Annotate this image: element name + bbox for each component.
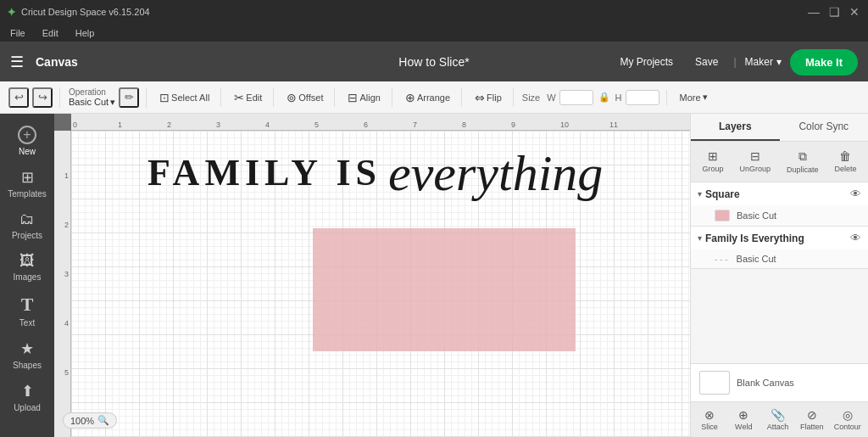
contour-button[interactable]: ◎ Contour xyxy=(831,406,865,434)
slice-label: Slice xyxy=(701,423,718,431)
ungroup-button[interactable]: ⊟ UnGroup xyxy=(734,147,776,176)
family-visibility-icon[interactable]: 👁 xyxy=(850,232,861,244)
delete-button[interactable]: 🗑 Delete xyxy=(829,147,861,176)
sidebar-new-label: New xyxy=(19,147,36,156)
ruler-tick-8: 8 xyxy=(462,120,466,130)
contour-label: Contour xyxy=(834,423,861,431)
slice-button[interactable]: ⊗ Slice xyxy=(694,406,725,434)
blank-canvas-row: Blank Canvas xyxy=(691,363,868,401)
family-sub-label: Basic Cut xyxy=(737,254,776,264)
ruler-tick-left-2: 2 xyxy=(64,221,69,229)
minimize-button[interactable]: — xyxy=(807,5,821,19)
save-button[interactable]: Save xyxy=(688,53,725,71)
ruler-tick-6: 6 xyxy=(364,120,368,130)
tab-color-sync[interactable]: Color Sync xyxy=(780,114,869,141)
header: ☰ Canvas How to Slice* My Projects Save … xyxy=(0,42,868,81)
edit-pencil-button[interactable]: ✏ xyxy=(119,87,139,108)
more-group: More ▾ xyxy=(676,89,719,105)
flip-button[interactable]: ⇔ Flip xyxy=(470,88,506,107)
panel-toolbar: ⊞ Group ⊟ UnGroup ⧉ Duplicate 🗑 Delete xyxy=(691,142,868,182)
group-button[interactable]: ⊞ Group xyxy=(697,147,728,176)
templates-icon: ⊞ xyxy=(21,168,34,187)
sidebar-upload-label: Upload xyxy=(14,403,41,412)
window-controls: — ❑ ✕ xyxy=(807,5,861,19)
undo-button[interactable]: ↩ xyxy=(8,87,29,108)
layer-header-family[interactable]: ▾ Family Is Everything 👁 xyxy=(691,227,868,249)
canvas-content[interactable]: FAMILY IS everything xyxy=(71,131,690,437)
more-chevron-icon: ▾ xyxy=(703,92,708,103)
family-sub-item[interactable]: - - - Basic Cut xyxy=(691,249,868,268)
maximize-button[interactable]: ❑ xyxy=(827,5,841,19)
duplicate-icon: ⧉ xyxy=(798,149,807,164)
canvas-area[interactable]: 0 1 2 3 4 5 6 7 8 9 10 11 1 2 3 4 5 xyxy=(54,114,690,437)
weld-button[interactable]: ⊕ Weld xyxy=(728,406,759,434)
sidebar-item-new[interactable]: + New xyxy=(3,120,51,161)
project-title: How to Slice* xyxy=(398,55,469,69)
redo-button[interactable]: ↪ xyxy=(32,87,53,108)
sidebar-item-shapes[interactable]: ★ Shapes xyxy=(3,334,51,375)
width-input[interactable] xyxy=(559,90,593,105)
panel-tabs: Layers Color Sync xyxy=(691,114,868,142)
ruler-tick-left-3: 3 xyxy=(64,270,69,278)
square-visibility-icon[interactable]: 👁 xyxy=(850,188,861,200)
ruler-tick-0: 0 xyxy=(73,120,77,130)
pink-rectangle[interactable] xyxy=(313,228,576,351)
offset-group: ⊚ Offset xyxy=(282,88,335,107)
ruler-top: 0 1 2 3 4 5 6 7 8 9 10 11 xyxy=(71,114,690,131)
sidebar-item-images[interactable]: 🖼 Images xyxy=(3,247,51,287)
maker-button[interactable]: Maker ▾ xyxy=(745,56,782,68)
menu-edit[interactable]: Edit xyxy=(39,26,62,40)
hamburger-menu[interactable]: ☰ xyxy=(10,53,24,71)
square-sub-item[interactable]: Basic Cut xyxy=(691,205,868,226)
menu-help[interactable]: Help xyxy=(72,26,98,40)
attach-button[interactable]: 📎 Attach xyxy=(762,406,793,434)
operation-toolbar: ↩ ↪ Operation Basic Cut ▾ ✏ ⊡ Select All… xyxy=(0,81,868,114)
offset-button[interactable]: ⊚ Offset xyxy=(282,88,327,107)
sidebar-projects-label: Projects xyxy=(12,231,42,240)
text-design[interactable]: FAMILY IS everything xyxy=(147,148,656,199)
menu-file[interactable]: File xyxy=(7,26,29,40)
ungroup-icon: ⊟ xyxy=(750,149,760,163)
duplicate-button[interactable]: ⧉ Duplicate xyxy=(782,147,824,176)
square-layer-name: Square xyxy=(705,188,847,200)
make-it-button[interactable]: Make It xyxy=(790,49,858,76)
height-input[interactable] xyxy=(626,90,659,105)
family-sub-dash: - - - xyxy=(715,255,728,264)
ruler-tick-3: 3 xyxy=(216,120,220,130)
header-right: My Projects Save | Maker ▾ Make It xyxy=(613,49,858,76)
my-projects-button[interactable]: My Projects xyxy=(613,53,680,71)
ruler-tick-left-4: 4 xyxy=(64,319,69,328)
sidebar-item-text[interactable]: T Text xyxy=(3,289,51,333)
layer-header-square[interactable]: ▾ Square 👁 xyxy=(691,182,868,205)
align-button[interactable]: ⊟ Align xyxy=(343,88,384,107)
sidebar-item-templates[interactable]: ⊞ Templates xyxy=(3,163,51,204)
blank-canvas-swatch xyxy=(699,371,730,395)
bottom-tools: ⊗ Slice ⊕ Weld 📎 Attach ⊘ Flatten ◎ Cont… xyxy=(691,401,868,437)
sidebar-item-projects[interactable]: 🗂 Projects xyxy=(3,205,51,245)
maker-label: Maker xyxy=(745,56,773,68)
delete-icon: 🗑 xyxy=(839,149,851,163)
contour-icon: ◎ xyxy=(843,408,853,422)
operation-value[interactable]: Basic Cut ▾ xyxy=(69,97,115,108)
menu-bar: File Edit Help xyxy=(0,24,868,42)
zoom-control: 100% 🔍 xyxy=(63,412,117,429)
arrange-group: ⊕ Arrange xyxy=(401,88,462,107)
edit-button[interactable]: ✂ Edit xyxy=(230,88,266,107)
sidebar-images-label: Images xyxy=(14,272,42,282)
arrange-button[interactable]: ⊕ Arrange xyxy=(401,88,454,107)
header-divider: | xyxy=(733,56,736,68)
square-chevron-icon: ▾ xyxy=(698,189,702,199)
group-label: Group xyxy=(702,165,723,173)
sidebar-item-upload[interactable]: ⬆ Upload xyxy=(3,377,51,417)
tab-layers[interactable]: Layers xyxy=(691,114,780,141)
layers-list: ▾ Square 👁 Basic Cut ▾ Family Is Everyth… xyxy=(691,182,868,363)
flatten-button[interactable]: ⊘ Flatten xyxy=(797,406,827,434)
title-bar: ✦ Cricut Design Space v6.15.204 — ❑ ✕ xyxy=(0,0,868,24)
more-button[interactable]: More ▾ xyxy=(676,89,712,105)
close-button[interactable]: ✕ xyxy=(848,5,861,19)
sidebar-shapes-label: Shapes xyxy=(13,361,42,370)
operation-select[interactable]: Operation Basic Cut ▾ xyxy=(69,87,115,108)
app-title: Cricut Design Space v6.15.204 xyxy=(21,7,150,17)
operation-group: Operation Basic Cut ▾ ✏ xyxy=(69,87,147,108)
select-all-button[interactable]: ⊡ Select All xyxy=(155,88,214,107)
